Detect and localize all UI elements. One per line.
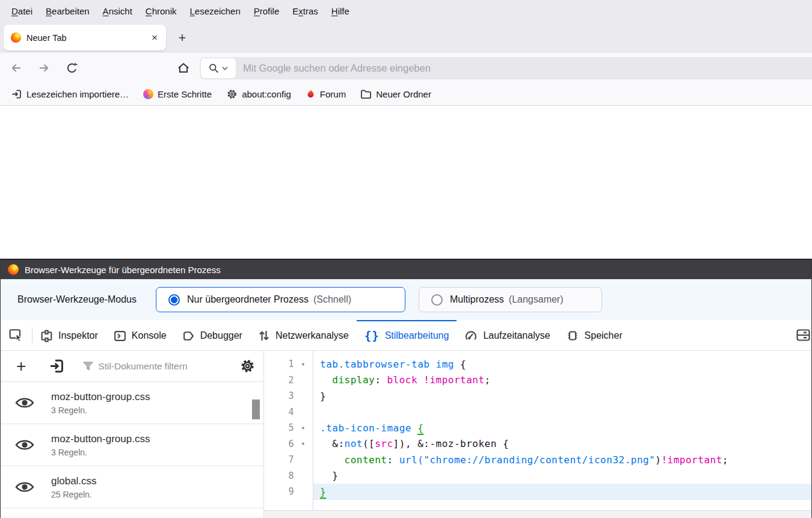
editor-line[interactable] [313, 404, 811, 421]
menu-profile[interactable]: Profile [247, 4, 286, 19]
gutter-line: 4 [264, 404, 313, 421]
tab-speicher[interactable]: Speicher [558, 320, 630, 350]
toolbox-titlebar[interactable]: Browser-Werkzeuge für übergeordneten Pro… [1, 259, 811, 279]
menu-ansicht[interactable]: Ansicht [96, 4, 139, 19]
tab-netzwerkanalyse[interactable]: Netzwerkanalyse [250, 320, 357, 350]
tab-stilbearbeitung[interactable]: {} Stilbearbeitung [357, 320, 457, 350]
inspector-icon [40, 330, 53, 342]
menu-extras[interactable]: Extras [286, 4, 325, 19]
tab-laufzeitanalyse[interactable]: Laufzeitanalyse [457, 320, 558, 350]
menu-datei[interactable]: Datei [5, 4, 39, 19]
tab-storage-partial[interactable] [796, 320, 811, 350]
menu-lesezeichen[interactable]: Lesezeichen [183, 4, 247, 19]
css-source-editor[interactable]: 1▾2345▾6▾789 tab.tabbrowser-tab img { di… [264, 351, 811, 518]
editor-line[interactable]: display: block !important; [313, 372, 811, 389]
editor-line[interactable]: .tab-icon-image { [313, 420, 811, 436]
new-tab-button[interactable]: + [173, 29, 191, 47]
flame-icon [306, 89, 316, 100]
editor-code-area[interactable]: tab.tabbrowser-tab img { display: block … [313, 351, 811, 510]
fold-toggle-icon[interactable]: ▾ [294, 424, 312, 432]
tab-debugger[interactable]: Debugger [174, 320, 250, 350]
gutter-line: 7 [264, 452, 313, 468]
url-bar[interactable] [200, 57, 812, 79]
reload-button[interactable] [61, 58, 82, 78]
url-input[interactable] [243, 63, 812, 74]
line-number: 9 [264, 486, 294, 497]
bookmark-about-config[interactable]: about:config [221, 86, 296, 102]
editor-line[interactable]: &:not([src]), &:-moz-broken { [313, 436, 811, 452]
mode-option-parent-process[interactable]: Nur übergeordneter Prozess (Schnell) [156, 287, 405, 312]
mode-label: Browser-Werkzeuge-Modus [17, 294, 137, 305]
search-mode-switcher[interactable] [201, 58, 236, 78]
editor-line[interactable]: } [313, 468, 811, 484]
import-stylesheet-button[interactable] [49, 358, 65, 374]
line-number: 4 [264, 407, 294, 418]
search-icon [209, 63, 219, 73]
mode-option-multiprocess[interactable]: Multiprozess (Langsamer) [419, 287, 602, 312]
line-number: 1 [264, 359, 294, 369]
line-number: 5 [264, 422, 294, 433]
scrollbar-thumb[interactable] [252, 399, 260, 419]
stylesheet-name: global.css [51, 475, 97, 487]
radio-on-icon[interactable] [168, 294, 180, 306]
line-number: 2 [264, 375, 294, 386]
visibility-toggle[interactable] [15, 439, 34, 451]
new-stylesheet-button[interactable]: + [16, 358, 26, 375]
editor-line[interactable]: tab.tabbrowser-tab img { [313, 356, 811, 372]
options-gear-icon [240, 359, 255, 374]
pick-element-button[interactable] [1, 320, 32, 350]
gutter-line: 2 [264, 372, 313, 389]
filter-box[interactable] [83, 361, 236, 372]
stylesheet-name: moz-button-group.css [51, 391, 150, 403]
gutter-line: 6▾ [264, 436, 313, 452]
style-editor-icon: {} [364, 329, 380, 342]
filter-stylesheets-input[interactable] [98, 361, 188, 372]
bookmark-neuer-ordner[interactable]: Neuer Ordner [355, 87, 436, 102]
radio-off-icon[interactable] [431, 294, 443, 306]
eye-icon [15, 439, 34, 451]
bookmarks-toolbar: Lesezeichen importiere… Erste Schritte a… [0, 83, 812, 106]
eye-icon [15, 481, 34, 493]
tab-bar: Neuer Tab × + [0, 22, 812, 53]
forward-button[interactable] [34, 58, 54, 78]
reload-icon [66, 62, 78, 75]
gear-icon [226, 88, 238, 100]
globe-gradient-icon [143, 89, 153, 99]
bookmark-erste-schritte[interactable]: Erste Schritte [138, 87, 217, 102]
menu-hilfe[interactable]: Hilfe [325, 4, 356, 19]
stylesheet-item[interactable]: moz-button-group.css 3 Regeln. [1, 382, 263, 424]
editor-line[interactable]: } [313, 388, 811, 404]
menu-bearbeiten[interactable]: Bearbeiten [39, 4, 96, 19]
stylesheet-name: moz-button-group.css [51, 433, 150, 445]
menu-chronik[interactable]: Chronik [139, 4, 183, 19]
import-icon [11, 88, 22, 100]
tab-inspektor[interactable]: Inspektor [32, 320, 106, 350]
back-button[interactable] [6, 58, 26, 78]
editor-gutter: 1▾2345▾6▾789 [264, 351, 313, 510]
line-number: 3 [264, 390, 294, 401]
menu-bar: Datei Bearbeiten Ansicht Chronik Lesezei… [0, 0, 812, 22]
back-arrow-icon [10, 62, 23, 74]
options-button[interactable] [240, 359, 255, 374]
gutter-line: 8 [264, 468, 313, 484]
chevron-down-icon [222, 66, 228, 70]
tab-title: Neuer Tab [26, 33, 149, 43]
bookmark-import[interactable]: Lesezeichen importiere… [6, 86, 134, 102]
browser-tab[interactable]: Neuer Tab × [4, 25, 166, 51]
sidebar-scrollbar[interactable] [248, 384, 262, 516]
bookmark-forum[interactable]: Forum [301, 87, 351, 102]
stylesheet-item[interactable]: moz-button-group.css 3 Regeln. [1, 424, 263, 466]
tab-close-icon[interactable]: × [149, 32, 160, 43]
fold-toggle-icon[interactable]: ▾ [294, 360, 312, 368]
editor-line[interactable]: content: url("chrome://branding/content/… [313, 452, 811, 468]
editor-line[interactable]: } [313, 484, 811, 500]
home-button[interactable] [173, 58, 194, 78]
stylesheet-item[interactable]: global.css 25 Regeln. [1, 466, 263, 508]
visibility-toggle[interactable] [15, 396, 34, 409]
visibility-toggle[interactable] [15, 481, 34, 493]
line-number: 8 [264, 470, 294, 481]
forward-arrow-icon [37, 62, 51, 74]
fold-toggle-icon[interactable]: ▾ [294, 440, 312, 448]
gutter-line: 5▾ [264, 420, 313, 436]
tab-konsole[interactable]: Konsole [106, 320, 174, 350]
